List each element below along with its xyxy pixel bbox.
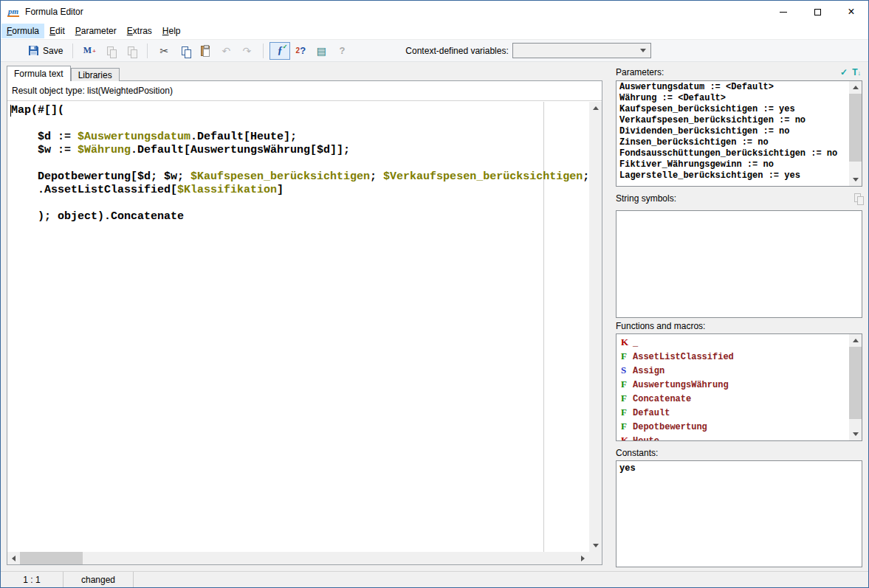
scrollbar-thumb[interactable] xyxy=(849,347,862,419)
sort-parameters-icon[interactable]: T↓ xyxy=(852,67,861,77)
parameter-item[interactable]: Dividenden_berücksichtigen := no xyxy=(619,126,848,137)
minimize-button[interactable] xyxy=(766,1,800,23)
code-line-6[interactable]: Depotbewertung[$d; $w; $Kaufspesen_berüc… xyxy=(11,170,589,184)
scroll-down-button[interactable] xyxy=(849,173,862,186)
check-syntax-button[interactable]: 2? xyxy=(290,42,311,60)
formula-text-panel: Result object type: list(WeightedPositio… xyxy=(7,80,602,565)
cut-button[interactable]: ✂ xyxy=(154,42,174,60)
scrollbar-track[interactable] xyxy=(849,94,862,173)
close-button[interactable]: × xyxy=(834,1,868,23)
parameter-item[interactable]: Zinsen_berücksichtigen := no xyxy=(619,137,848,148)
import-button[interactable] xyxy=(100,42,120,60)
formula-editor-area[interactable]: Map(#[]( $d := $Auswertungsdatum.Default… xyxy=(7,102,602,564)
string-symbols-header: String symbols: xyxy=(616,192,862,205)
function-type-icon: F xyxy=(621,407,633,418)
constants-list-box[interactable]: yes xyxy=(616,460,862,567)
insert-macro-button[interactable]: M+ xyxy=(79,42,100,60)
function-item[interactable]: K_ xyxy=(621,336,848,350)
cut-icon: ✂ xyxy=(157,44,171,58)
parameter-item[interactable]: Verkaufspesen_berücksichtigen := no xyxy=(619,115,848,126)
paste-button[interactable] xyxy=(195,42,216,60)
string-symbols-icon[interactable] xyxy=(854,193,861,204)
parameter-item[interactable]: Lagerstelle_berücksichtigen := yes xyxy=(619,170,848,181)
scrollbar-track[interactable] xyxy=(589,114,602,539)
functions-list-box[interactable]: K_FAssetListClassifiedSAssignFAuswertung… xyxy=(616,333,862,441)
code-line-4[interactable]: $w := $Währung.Default[AuswertungsWährun… xyxy=(11,144,589,157)
redo-icon: ↷ xyxy=(240,44,253,58)
save-button[interactable]: Save xyxy=(23,42,66,60)
function-item[interactable]: FDepotbewertung xyxy=(621,421,848,435)
string-symbols-list-box[interactable] xyxy=(616,210,862,318)
maximize-button[interactable] xyxy=(800,1,834,23)
menu-item-extras[interactable]: Extras xyxy=(122,24,157,38)
menu-item-formula[interactable]: Formula xyxy=(1,24,44,38)
menu-item-parameter[interactable]: Parameter xyxy=(70,24,122,38)
scrollbar-thumb[interactable] xyxy=(20,552,83,564)
function-item[interactable]: SAssign xyxy=(621,364,848,378)
status-bar: 1 : 1 changed xyxy=(1,571,868,587)
parameter-item[interactable]: Auswertungsdatum := <Default> xyxy=(619,82,848,93)
copy-button[interactable] xyxy=(174,42,195,60)
scrollbar-thumb[interactable] xyxy=(849,94,862,162)
menu-item-edit[interactable]: Edit xyxy=(44,24,70,38)
scroll-left-button[interactable] xyxy=(7,552,20,564)
editor-horizontal-scrollbar[interactable] xyxy=(7,552,589,564)
parameter-item[interactable]: Kaufspesen_berücksichtigen := yes xyxy=(619,104,848,115)
help-button[interactable]: ? xyxy=(332,42,352,60)
validate-parameters-icon[interactable]: ✓ xyxy=(840,67,848,77)
scroll-up-button[interactable] xyxy=(589,102,602,114)
functions-scrollbar[interactable] xyxy=(849,334,862,440)
toolbar-separator xyxy=(147,44,148,58)
code-line-1[interactable]: Map(#[]( xyxy=(11,104,589,117)
scrollbar-track[interactable] xyxy=(849,347,862,428)
code-area[interactable]: Map(#[]( $d := $Auswertungsdatum.Default… xyxy=(7,102,589,552)
code-line-8[interactable] xyxy=(11,197,589,210)
parameters-list-box[interactable]: Auswertungsdatum := <Default>Währung := … xyxy=(616,80,862,187)
code-line-9[interactable]: ); object).Concatenate xyxy=(11,210,589,224)
scroll-up-button[interactable] xyxy=(849,81,862,94)
arrow-right-icon xyxy=(581,556,585,561)
functions-header: Functions and macros: xyxy=(616,319,862,333)
code-line-2[interactable] xyxy=(11,117,589,131)
editor-vertical-scrollbar[interactable] xyxy=(589,102,602,552)
export-button[interactable] xyxy=(120,42,141,60)
scrollbar-track[interactable] xyxy=(20,552,577,564)
app-icon: pm xyxy=(7,7,19,17)
arrow-up-icon xyxy=(853,86,859,89)
scroll-right-button[interactable] xyxy=(577,552,589,564)
libraries-button[interactable]: ▤ xyxy=(311,42,332,60)
undo-button[interactable]: ↶ xyxy=(216,42,236,60)
parameter-item[interactable]: Fondsausschüttungen_berücksichtigen := n… xyxy=(619,148,848,159)
export-icon xyxy=(124,44,137,58)
result-type-text: Result object type: list(WeightedPositio… xyxy=(12,86,173,96)
parameter-item[interactable]: Fiktiver_Währungsgewinn := no xyxy=(619,159,848,170)
parameters-scrollbar[interactable] xyxy=(849,81,862,186)
constant-item[interactable]: yes xyxy=(619,463,859,474)
scroll-down-button[interactable] xyxy=(589,539,602,552)
scroll-up-button[interactable] xyxy=(849,334,862,347)
status-spacer xyxy=(134,572,868,587)
code-line-5[interactable] xyxy=(11,157,589,170)
functions-list: K_FAssetListClassifiedSAssignFAuswertung… xyxy=(621,336,848,441)
function-item[interactable]: FDefault xyxy=(621,407,848,421)
function-item[interactable]: FConcatenate xyxy=(621,392,848,407)
function-item[interactable]: FAuswertungsWährung xyxy=(621,378,848,392)
parameter-item[interactable]: Währung := <Default> xyxy=(619,93,848,104)
toolbar: Save M+ ✂ ↶ ↷ ƒ✓ 2? xyxy=(1,39,868,62)
tab-formula-text[interactable]: Formula text xyxy=(7,66,71,81)
toolbar-separator xyxy=(72,44,73,58)
context-variables-select[interactable] xyxy=(512,43,651,58)
code-line-3[interactable]: $d := $Auswertungsdatum.Default[Heute]; xyxy=(11,131,589,144)
function-type-icon: K xyxy=(621,336,633,348)
redo-button[interactable]: ↷ xyxy=(236,42,257,60)
menu-item-help[interactable]: Help xyxy=(157,24,186,38)
scroll-down-button[interactable] xyxy=(849,428,862,440)
function-item[interactable]: KHeute xyxy=(621,435,848,441)
result-type-bar: Result object type: list(WeightedPositio… xyxy=(7,81,602,101)
check-formula-button[interactable]: ƒ✓ xyxy=(269,42,290,60)
function-item[interactable]: FAssetListClassified xyxy=(621,350,848,364)
tab-libraries[interactable]: Libraries xyxy=(71,68,120,81)
save-label: Save xyxy=(43,46,63,56)
code-line-7[interactable]: .AssetListClassified[$Klassifikation] xyxy=(11,184,589,197)
arrow-up-icon xyxy=(853,339,859,342)
